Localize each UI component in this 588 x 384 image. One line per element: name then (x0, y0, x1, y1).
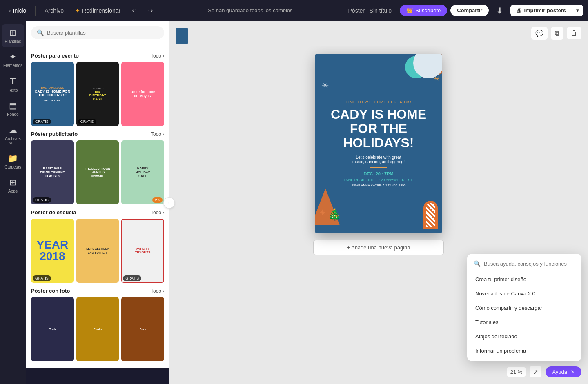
template-item-6[interactable]: HAPPYHOLIDAYSALE 2 5 (121, 140, 164, 204)
chevron-right-icon-publicitario: › (163, 131, 164, 137)
help-item-4[interactable]: Tutoriales (467, 315, 581, 329)
section-all-foto[interactable]: Todo › (151, 288, 164, 294)
help-item-3[interactable]: Cómo compartir y descargar (467, 301, 581, 315)
undo-button[interactable]: ↩ (128, 6, 141, 16)
section-all-label-publicitario: Todo (151, 131, 161, 137)
deco-star-left: ✳ (321, 80, 329, 91)
section-all-label-foto: Todo (151, 288, 161, 294)
help-item-6[interactable]: Informar un problema (467, 344, 581, 358)
section-header-evento: Póster para evento Todo › (31, 53, 164, 59)
sidebar-item-label-archivos: Archivos su... (4, 136, 22, 145)
deco-candy (423, 201, 438, 229)
poster-title-line2: FOR THE (350, 121, 407, 136)
poster-title-line1: CADY IS HOME (331, 107, 426, 122)
panel-collapse-button[interactable]: ‹ (163, 197, 175, 209)
texto-icon: T (10, 76, 16, 87)
section-all-evento[interactable]: Todo › (151, 53, 164, 59)
share-button[interactable]: Compartir (450, 5, 489, 16)
template-item-7[interactable]: YEAR 2018 GRATIS (31, 219, 74, 283)
duplicate-icon: ⧉ (555, 30, 559, 37)
section-title-publicitario: Póster publicitario (31, 131, 78, 137)
download-icon: ⬇ (496, 6, 503, 15)
help-item-2[interactable]: Novedades de Canva 2.0 (467, 286, 581, 301)
zoom-expand-button[interactable]: ⤢ (530, 366, 541, 377)
duplicate-page-button[interactable]: ⧉ (551, 27, 564, 40)
subscribe-button[interactable]: 👑 Suscríbete (400, 5, 447, 16)
comment-button[interactable]: 💬 (531, 27, 548, 40)
search-input[interactable] (47, 30, 158, 36)
templates-grid-evento: TIME TO WELCOME CADY IS HOME FOR THE HOL… (31, 62, 164, 126)
zoom-level: 21 % (507, 367, 526, 377)
apps-icon: ⊞ (9, 178, 16, 187)
add-page-button[interactable]: + Añade una nueva página (313, 240, 444, 255)
sidebar-item-apps[interactable]: ⊞ Apps (2, 174, 24, 197)
template-badge-6: 2 5 (152, 197, 163, 203)
file-menu-button[interactable]: Archivo (40, 6, 68, 16)
plantillas-icon: ⊞ (9, 28, 16, 38)
search-icon: 🔍 (37, 29, 44, 36)
template-item-12[interactable]: Dark (121, 297, 164, 361)
template-item-4[interactable]: BASIC WEBDEVELOPMENTCLASSES GRATIS (31, 140, 74, 204)
trash-button[interactable]: 🗑 (567, 27, 581, 39)
template-item-2[interactable]: DECEMBER BIGBIRTHDAYBASH GRATIS (76, 62, 119, 126)
sidebar-item-label-carpetas: Carpetas (4, 165, 21, 169)
deco-star-right: ✳ (434, 74, 440, 83)
section-header-publicitario: Póster publicitario Todo › (31, 131, 164, 137)
fondo-icon: ▤ (9, 101, 17, 111)
resize-button[interactable]: ✦ Redimensionar (71, 6, 125, 16)
help-item-1[interactable]: Crea tu primer diseño (467, 272, 581, 286)
poster-title: CADY IS HOME FOR THE HOLIDAYS! (331, 107, 426, 151)
sidebar-item-label-apps: Apps (8, 189, 18, 193)
section-all-label-evento: Todo (151, 53, 161, 59)
template-item-1[interactable]: TIME TO WELCOME CADY IS HOME FOR THE HOL… (31, 62, 74, 126)
print-button[interactable]: 🖨 Imprimir pósters (510, 5, 572, 16)
template-item-3[interactable]: Unite for Loveon May 17 (121, 62, 164, 126)
help-search-input[interactable] (484, 261, 575, 267)
print-dropdown-button[interactable]: ▾ (572, 5, 583, 16)
chevron-right-icon-escuela: › (163, 210, 164, 215)
template-badge-9: GRATIS (123, 275, 141, 281)
redo-button[interactable]: ↪ (144, 6, 157, 16)
sidebar-item-plantillas[interactable]: ⊞ Plantillas (2, 24, 24, 47)
back-label: Inicio (13, 7, 27, 14)
section-all-publicitario[interactable]: Todo › (151, 131, 164, 137)
print-group: 🖨 Imprimir pósters ▾ (510, 5, 583, 16)
back-chevron-icon: ‹ (9, 7, 11, 14)
poster-rsvp: RSVP ANNA KATRINA 123-456-7890 (331, 184, 426, 187)
poster-title-line3: HOLIDAYS! (343, 135, 414, 150)
help-item-5[interactable]: Atajos del teclado (467, 329, 581, 344)
section-all-escuela[interactable]: Todo › (151, 210, 164, 215)
help-label: Ayuda (552, 369, 567, 375)
template-item-10[interactable]: Tech (31, 297, 74, 361)
deco-tree: 🎄 (327, 208, 342, 221)
sidebar-item-texto[interactable]: T Texto (2, 73, 24, 96)
canvas-area: 💬 ⧉ 🗑 ✳ ✳ ✳ 🎄 (169, 21, 588, 384)
poster-canvas[interactable]: ✳ ✳ ✳ 🎄 TIME TO WELCOME HER BACK! CADY I… (315, 54, 442, 233)
template-item-5[interactable]: THE BEECHTOWNFARMERSMARKET (76, 140, 119, 204)
section-title-evento: Póster para evento (31, 53, 79, 59)
template-item-9[interactable]: VARSITYTRYOUTS GRATIS (121, 219, 164, 283)
sidebar-item-archivos[interactable]: ☁ Archivos su... (2, 122, 24, 149)
sidebar-item-carpetas[interactable]: 📁 Carpetas (2, 150, 24, 173)
print-label: Imprimir pósters (524, 7, 566, 13)
help-dropdown: 🔍 Crea tu primer diseño Novedades de Can… (467, 254, 581, 361)
canvas-top-toolbar: 💬 ⧉ (531, 27, 564, 40)
template-item-11[interactable]: Photo (76, 297, 119, 361)
back-button[interactable]: ‹ Inicio (5, 6, 30, 16)
section-title-escuela: Póster de escuela (31, 209, 76, 215)
chevron-right-icon-evento: › (163, 53, 164, 59)
undo-icon: ↩ (132, 7, 137, 14)
poster-date: DEC. 20 · 7PM (331, 171, 426, 176)
help-button[interactable]: Ayuda ✕ (546, 366, 581, 377)
templates-grid-publicitario: BASIC WEBDEVELOPMENTCLASSES GRATIS THE B… (31, 140, 164, 204)
help-search-area: 🔍 (467, 257, 581, 272)
download-button[interactable]: ⬇ (492, 4, 507, 17)
template-item-8[interactable]: LET'S ALL HELPEACH OTHER! (76, 219, 119, 283)
sidebar-item-fondo[interactable]: ▤ Fondo (2, 98, 24, 120)
sidebar-item-elementos[interactable]: ✦ Elementos (2, 49, 24, 71)
add-page-label: + Añade una nueva página (347, 244, 410, 251)
section-header-foto: Póster con foto Todo › (31, 288, 164, 294)
template-badge-7: GRATIS (33, 275, 51, 281)
poster-divider (370, 167, 387, 168)
sidebar-item-label-texto: Texto (8, 88, 18, 93)
